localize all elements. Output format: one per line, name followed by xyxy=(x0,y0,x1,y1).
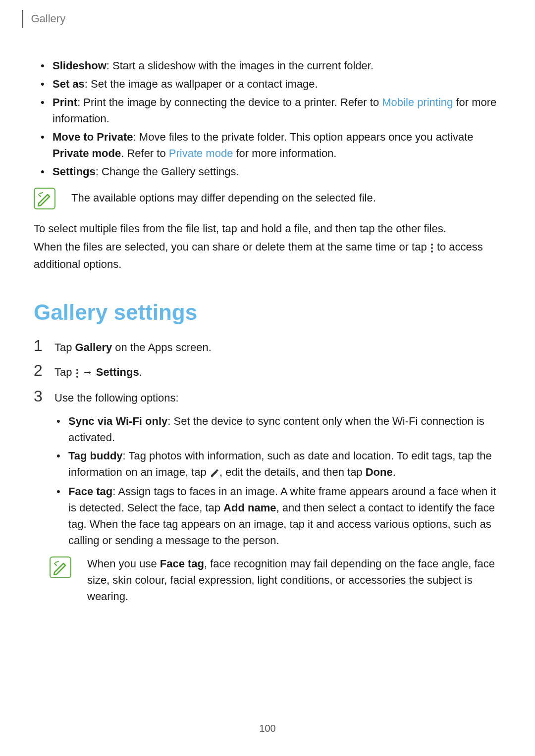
list-item: Slideshow: Start a slideshow with the im… xyxy=(53,57,501,74)
text-bold: Gallery xyxy=(75,341,112,353)
list-item: Move to Private: Move files to the priva… xyxy=(53,129,501,161)
step-number: 1 xyxy=(34,338,47,353)
svg-point-0 xyxy=(431,244,433,246)
svg-point-4 xyxy=(76,372,78,374)
text-bold: Face tag xyxy=(160,557,204,570)
link-private-mode[interactable]: Private mode xyxy=(169,147,233,159)
option-label: Settings xyxy=(53,165,96,178)
link-mobile-printing[interactable]: Mobile printing xyxy=(382,96,453,108)
section-heading: Gallery settings xyxy=(34,300,501,325)
list-item: Print: Print the image by connecting the… xyxy=(53,94,501,127)
text: on the Apps screen. xyxy=(112,341,212,353)
option-text: , edit the details, and then tap xyxy=(219,466,366,478)
more-options-icon xyxy=(75,365,79,381)
option-label: Print xyxy=(53,96,77,108)
step-1: 1 Tap Gallery on the Apps screen. xyxy=(34,338,501,355)
options-list: Slideshow: Start a slideshow with the im… xyxy=(34,57,501,180)
list-item: Face tag: Assign tags to faces in an ima… xyxy=(68,483,501,549)
note-box: When you use Face tag, face recognition … xyxy=(50,555,501,605)
header-title: Gallery xyxy=(31,12,66,25)
sub-options-list: Sync via Wi-Fi only: Set the device to s… xyxy=(34,413,501,549)
option-label: Slideshow xyxy=(53,59,107,72)
note-icon xyxy=(50,556,71,578)
text: When the files are selected, you can sha… xyxy=(34,241,430,253)
text: . xyxy=(139,366,142,378)
svg-point-2 xyxy=(431,251,433,252)
svg-point-5 xyxy=(76,376,78,378)
list-item: Tag buddy: Tag photos with information, … xyxy=(68,448,501,481)
option-label: Face tag xyxy=(68,485,112,498)
text: Tap xyxy=(54,341,75,353)
paragraph: To select multiple files from the file l… xyxy=(34,220,501,237)
text-bold: Done xyxy=(366,466,393,478)
more-options-icon xyxy=(430,240,434,256)
step-number: 2 xyxy=(34,362,47,378)
edit-pencil-icon xyxy=(210,465,219,481)
option-text: . Refer to xyxy=(121,147,169,159)
text: When you use xyxy=(87,557,160,570)
text-bold: Add name xyxy=(223,502,276,514)
header-divider xyxy=(22,10,23,28)
option-text: . xyxy=(393,466,396,478)
list-item: Sync via Wi-Fi only: Set the device to s… xyxy=(68,413,501,446)
note-text: When you use Face tag, face recognition … xyxy=(87,555,501,605)
step-body: Tap Gallery on the Apps screen. xyxy=(54,339,501,355)
option-text: : Change the Gallery settings. xyxy=(96,165,239,178)
page-number: 100 xyxy=(0,723,535,734)
option-label: Move to Private xyxy=(53,131,133,143)
paragraph: When the files are selected, you can sha… xyxy=(34,239,501,272)
option-text: : Start a slideshow with the images in t… xyxy=(107,59,374,72)
option-text: : Move files to the private folder. This… xyxy=(133,131,474,143)
step-number: 3 xyxy=(34,388,47,404)
step-body: Tap → Settings. xyxy=(54,364,501,381)
text: → xyxy=(79,366,96,378)
option-label: Sync via Wi-Fi only xyxy=(68,415,167,427)
text: Tap xyxy=(54,366,75,378)
note-text: The available options may differ dependi… xyxy=(71,187,501,206)
option-label: Tag buddy xyxy=(68,450,123,462)
option-label: Set as xyxy=(53,78,85,90)
note-box: The available options may differ dependi… xyxy=(34,187,501,209)
option-text: for more information. xyxy=(233,147,336,159)
option-bold: Private mode xyxy=(53,147,121,159)
option-text: : Set the image as wallpaper or a contac… xyxy=(85,78,318,90)
list-item: Settings: Change the Gallery settings. xyxy=(53,163,501,180)
text-bold: Settings xyxy=(96,366,139,378)
step-3: 3 Use the following options: xyxy=(34,388,501,406)
page-header: Gallery xyxy=(22,10,501,28)
note-icon xyxy=(34,188,55,209)
step-body: Use the following options: xyxy=(54,390,501,406)
option-text: : Print the image by connecting the devi… xyxy=(77,96,382,108)
step-2: 2 Tap → Settings. xyxy=(34,362,501,381)
svg-point-1 xyxy=(431,247,433,249)
svg-point-3 xyxy=(76,369,78,371)
list-item: Set as: Set the image as wallpaper or a … xyxy=(53,76,501,92)
